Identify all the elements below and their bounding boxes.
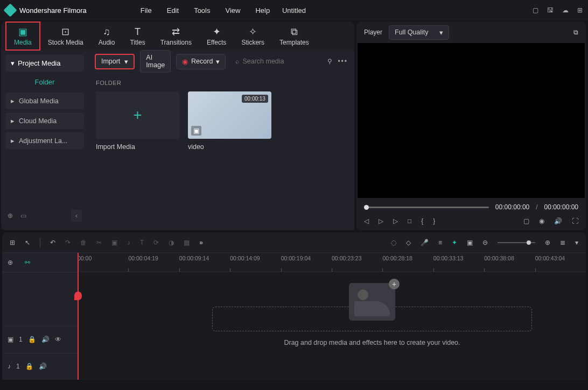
zoom-slider[interactable] [498,242,535,243]
volume-icon[interactable]: 🔊 [554,217,562,225]
folder-header: FOLDER [96,80,347,86]
import-button[interactable]: Import ▾ [95,54,135,69]
search-field[interactable]: ⌕ [231,58,322,65]
timeline-tracks[interactable]: Drag and drop media and effects here to … [78,272,586,380]
mark-out-icon[interactable]: } [433,217,435,225]
mute-icon[interactable]: 🔊 [41,336,50,343]
triangle-right-icon: ▸ [11,137,15,145]
tab-stock-media[interactable]: ⊡ Stock Media [40,23,91,49]
menu-view[interactable]: View [225,6,240,15]
track-headers: ▣ 1 🔒 🔊 👁 ♪ 1 🔒 🔊 [2,272,78,380]
zoom-out-icon[interactable]: ⊖ [482,239,488,246]
project-media-button[interactable]: ▾ Project Media [5,55,84,72]
menu-help[interactable]: Help [255,6,270,15]
mask-icon[interactable]: ▦ [184,239,190,246]
zoom-in-icon[interactable]: ⊕ [545,239,550,246]
tab-templates[interactable]: ⧉ Templates [272,23,317,49]
mark-in-icon[interactable]: { [421,217,423,225]
fullscreen-icon[interactable]: ⛶ [572,217,578,225]
time-total: 00:00:00:00 [544,203,578,211]
save-icon[interactable]: 🖫 [547,6,554,14]
cloud-icon[interactable]: ☁ [562,6,569,14]
camera-icon[interactable]: ◉ [539,217,544,225]
more-icon[interactable]: ••• [338,58,348,65]
sidebar-adjustment-layer[interactable]: ▸ Adjustment La... [5,132,84,149]
delete-icon[interactable]: 🗑 [80,239,87,246]
marker-icon[interactable]: ✦ [452,239,457,246]
cursor-icon[interactable]: ↖ [25,239,30,246]
titles-icon: T [135,26,141,38]
tab-media[interactable]: ▣ Media [5,22,40,51]
layout-icon[interactable]: ⊞ [10,239,15,246]
filmora-icon [3,3,17,17]
shield-icon[interactable]: ◇ [406,239,411,246]
speed-icon[interactable]: ⟳ [153,239,159,246]
media-icon: ▣ [18,26,27,38]
chevron-down-icon: ▾ [439,29,443,37]
text-tool-icon[interactable]: T [140,239,144,246]
frame-icon[interactable]: ▣ [467,239,473,246]
audio-track-header[interactable]: ♪ 1 🔒 🔊 [2,353,78,380]
grid-icon[interactable]: ⊞ [577,6,583,14]
lock-icon[interactable]: 🔒 [28,336,36,343]
device-icon[interactable]: ▢ [533,6,538,14]
lock-icon[interactable]: 🔒 [25,363,33,370]
media-type-icon: ▣ [191,126,201,136]
stickers-icon: ✧ [249,26,257,38]
seek-bar[interactable] [364,207,489,208]
stop-icon[interactable]: □ [408,217,411,225]
mute-icon[interactable]: 🔊 [39,363,47,370]
menu-file[interactable]: File [141,6,152,15]
timeline-ruler[interactable]: ⊕ ⚯ 00:00 00:00:04:19 00:00:09:14 00:00:… [2,253,586,272]
view-options-icon[interactable]: ≣ [560,239,565,246]
tab-audio[interactable]: ♫ Audio [91,23,123,49]
tab-titles[interactable]: T Titles [122,23,152,49]
filter-icon[interactable]: ⚲ [327,58,332,65]
display-icon[interactable]: ▢ [523,217,529,225]
templates-icon: ⧉ [291,26,298,38]
folder-label[interactable]: Folder [5,75,84,89]
new-folder-icon[interactable]: ⊕ [8,212,13,219]
duration-badge: 00:00:13 [242,95,268,103]
undo-icon[interactable]: ↶ [50,239,55,246]
cut-icon[interactable]: ✂ [96,239,102,246]
import-media-tile[interactable]: + Import Media [96,91,179,151]
ai-image-button[interactable]: AI Image [140,50,171,73]
chevron-down-icon: ▾ [216,58,220,66]
menu-tools[interactable]: Tools [194,6,210,15]
target-icon[interactable]: ◌ [391,239,396,246]
play-backward-icon[interactable]: ▷ [379,217,383,225]
preview-viewport[interactable] [358,43,585,198]
audio-tool-icon[interactable]: ♪ [127,239,130,246]
folder-icon[interactable]: ▭ [20,212,26,219]
mic-icon[interactable]: 🎤 [421,239,429,246]
app-name: Wondershare Filmora [19,6,87,15]
tab-effects[interactable]: ✦ Effects [199,23,234,49]
eye-icon[interactable]: 👁 [55,336,61,343]
color-icon[interactable]: ◑ [169,239,174,246]
tab-stickers[interactable]: ✧ Stickers [234,23,272,49]
drop-zone[interactable]: Drag and drop media and effects here to … [212,283,532,342]
menu-edit[interactable]: Edit [167,6,179,15]
video-track-header[interactable]: ▣ 1 🔒 🔊 👁 [2,326,78,353]
redo-icon[interactable]: ↷ [65,239,71,246]
link-icon[interactable]: ⚯ [19,259,30,266]
sidebar-cloud-media[interactable]: ▸ Cloud Media [5,112,84,129]
media-item-video[interactable]: 00:00:13 ▣ video [188,91,271,151]
chevron-down-icon[interactable]: ▾ [575,239,578,246]
sidebar-global-media[interactable]: ▸ Global Media [5,93,84,109]
mixer-icon[interactable]: ≡ [438,239,442,246]
tab-transitions[interactable]: ⇄ Transitions [153,23,199,49]
play-icon[interactable]: ▷ [393,217,398,225]
record-button[interactable]: ◉ Record ▾ [176,54,226,69]
time-current: 00:00:00:00 [495,203,529,211]
more-tools-icon[interactable]: » [199,239,203,246]
playhead[interactable] [78,253,79,380]
collapse-sidebar-button[interactable]: ‹ [71,210,82,222]
search-input[interactable] [242,58,318,65]
snapshot-icon[interactable]: ⧉ [573,29,578,36]
prev-frame-icon[interactable]: ◁ [364,217,369,225]
track-add-icon[interactable]: ⊕ [8,259,13,266]
crop-icon[interactable]: ▣ [111,239,117,246]
quality-dropdown[interactable]: Full Quality ▾ [389,25,449,40]
